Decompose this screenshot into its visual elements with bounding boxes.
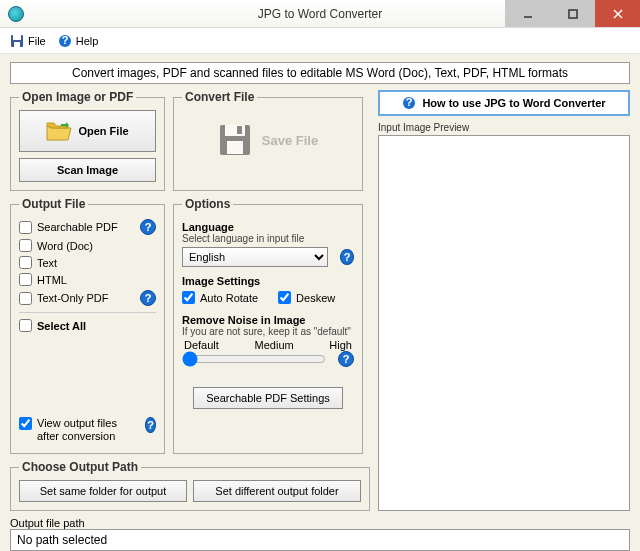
maximize-button[interactable] <box>550 0 595 27</box>
noise-slider[interactable] <box>182 351 326 367</box>
open-image-legend: Open Image or PDF <box>19 90 136 104</box>
svg-rect-5 <box>13 35 21 40</box>
svg-rect-1 <box>569 10 577 18</box>
select-all-checkbox[interactable] <box>19 319 32 332</box>
svg-text:?: ? <box>61 34 68 46</box>
language-hint: Select language in input file <box>182 233 354 244</box>
searchable-pdf-settings-label: Searchable PDF Settings <box>206 392 330 404</box>
file-menu[interactable]: File <box>10 34 46 48</box>
deskew-checkbox[interactable] <box>278 291 291 304</box>
open-file-label: Open File <box>78 125 128 137</box>
same-folder-label: Set same folder for output <box>40 485 167 497</box>
diff-folder-button[interactable]: Set different output folder <box>193 480 361 502</box>
auto-rotate-row: Auto Rotate <box>182 289 258 306</box>
titlebar: JPG to Word Converter <box>0 0 640 28</box>
image-settings-label: Image Settings <box>182 275 354 287</box>
text-only-pdf-help[interactable]: ? <box>140 290 156 306</box>
word-doc-row: Word (Doc) <box>19 237 156 254</box>
deskew-row: Deskew <box>278 289 335 306</box>
svg-rect-12 <box>227 141 243 154</box>
help-menu-label: Help <box>76 35 99 47</box>
howto-button[interactable]: ? How to use JPG to Word Converter <box>378 90 630 116</box>
searchable-pdf-row: Searchable PDF ? <box>19 217 156 237</box>
slider-high-label: High <box>329 339 352 351</box>
same-folder-button[interactable]: Set same folder for output <box>19 480 187 502</box>
text-checkbox[interactable] <box>19 256 32 269</box>
output-file-legend: Output File <box>19 197 88 211</box>
minimize-button[interactable] <box>505 0 550 27</box>
diff-folder-label: Set different output folder <box>215 485 338 497</box>
word-doc-label: Word (Doc) <box>37 240 93 252</box>
save-file-label: Save File <box>262 133 318 148</box>
file-menu-label: File <box>28 35 46 47</box>
folder-open-icon <box>46 120 72 142</box>
language-label: Language <box>182 221 354 233</box>
slider-labels: Default Medium High <box>182 339 354 351</box>
select-all-row: Select All <box>19 317 156 334</box>
text-only-pdf-checkbox[interactable] <box>19 292 32 305</box>
auto-rotate-label: Auto Rotate <box>200 292 258 304</box>
content: Convert images, PDF and scanned files to… <box>0 54 640 551</box>
choose-output-path-legend: Choose Output Path <box>19 460 141 474</box>
help-icon: ? <box>402 96 416 110</box>
open-file-button[interactable]: Open File <box>19 110 156 152</box>
close-button[interactable] <box>595 0 640 27</box>
divider <box>19 312 156 313</box>
select-all-label: Select All <box>37 320 86 332</box>
word-doc-checkbox[interactable] <box>19 239 32 252</box>
output-path-value: No path selected <box>10 529 630 551</box>
app-icon <box>8 6 24 22</box>
help-menu[interactable]: ? Help <box>58 34 99 48</box>
html-label: HTML <box>37 274 67 286</box>
language-help[interactable]: ? <box>340 249 354 265</box>
auto-rotate-checkbox[interactable] <box>182 291 195 304</box>
slider-medium-label: Medium <box>255 339 294 351</box>
open-image-group: Open Image or PDF Open File Scan Image <box>10 90 165 191</box>
svg-rect-11 <box>237 126 242 134</box>
view-after-help[interactable]: ? <box>145 417 156 433</box>
convert-file-legend: Convert File <box>182 90 257 104</box>
noise-help[interactable]: ? <box>338 351 354 367</box>
preview-label: Input Image Preview <box>378 122 630 133</box>
text-row: Text <box>19 254 156 271</box>
searchable-pdf-checkbox[interactable] <box>19 221 32 234</box>
convert-file-group: Convert File Save File <box>173 90 363 191</box>
floppy-disk-icon <box>218 123 252 157</box>
html-row: HTML <box>19 271 156 288</box>
view-after-row: View output files after conversion ? <box>19 415 156 445</box>
window-controls <box>505 0 640 27</box>
preview-box <box>378 135 630 511</box>
choose-output-path-group: Choose Output Path Set same folder for o… <box>10 460 370 511</box>
html-checkbox[interactable] <box>19 273 32 286</box>
help-icon: ? <box>58 34 72 48</box>
output-path-label: Output file path <box>10 517 630 529</box>
scan-image-label: Scan Image <box>57 164 118 176</box>
text-label: Text <box>37 257 57 269</box>
window-title: JPG to Word Converter <box>258 7 383 21</box>
language-select[interactable]: English <box>182 247 328 267</box>
options-legend: Options <box>182 197 233 211</box>
text-only-pdf-label: Text-Only PDF <box>37 292 109 304</box>
menubar: File ? Help <box>0 28 640 54</box>
searchable-pdf-label: Searchable PDF <box>37 221 118 233</box>
scan-image-button[interactable]: Scan Image <box>19 158 156 182</box>
remove-noise-hint: If you are not sure, keep it as "default… <box>182 326 354 337</box>
text-only-pdf-row: Text-Only PDF ? <box>19 288 156 308</box>
remove-noise-label: Remove Noise in Image <box>182 314 354 326</box>
searchable-pdf-settings-button[interactable]: Searchable PDF Settings <box>193 387 343 409</box>
svg-rect-6 <box>14 42 20 47</box>
howto-label: How to use JPG to Word Converter <box>422 97 605 109</box>
view-after-label: View output files after conversion <box>37 417 140 443</box>
searchable-pdf-help[interactable]: ? <box>140 219 156 235</box>
description-banner: Convert images, PDF and scanned files to… <box>10 62 630 84</box>
deskew-label: Deskew <box>296 292 335 304</box>
disk-icon <box>10 34 24 48</box>
view-after-checkbox[interactable] <box>19 417 32 430</box>
svg-text:?: ? <box>406 96 413 108</box>
slider-default-label: Default <box>184 339 219 351</box>
options-group: Options Language Select language in inpu… <box>173 197 363 454</box>
output-file-group: Output File Searchable PDF ? Word (Doc) … <box>10 197 165 454</box>
